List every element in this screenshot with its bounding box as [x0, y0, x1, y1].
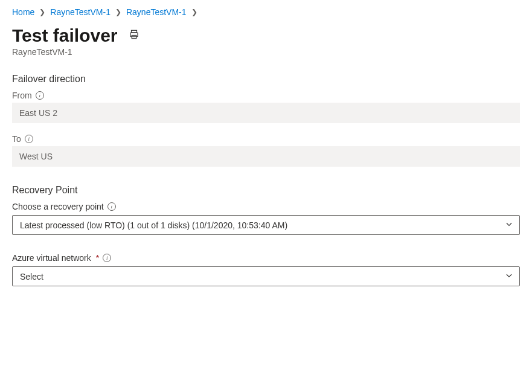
chevron-right-icon: ❯	[115, 8, 121, 16]
chevron-right-icon: ❯	[39, 8, 45, 16]
failover-direction-heading: Failover direction	[12, 74, 520, 85]
page-header: Test failover	[12, 25, 520, 46]
breadcrumb-home[interactable]: Home	[12, 7, 34, 17]
required-indicator: *	[96, 253, 99, 263]
from-label: From	[12, 91, 32, 100]
chevron-down-icon	[505, 220, 513, 230]
breadcrumb-item-1[interactable]: RayneTestVM-1	[50, 7, 111, 17]
to-label-row: To i	[12, 134, 520, 144]
recovery-point-selected: Latest processed (low RTO) (1 out of 1 d…	[20, 220, 287, 230]
chevron-right-icon: ❯	[191, 8, 197, 16]
recovery-point-dropdown[interactable]: Latest processed (low RTO) (1 out of 1 d…	[12, 215, 520, 235]
print-icon[interactable]	[129, 29, 139, 42]
choose-recovery-point-label-row: Choose a recovery point i	[12, 202, 520, 211]
info-icon[interactable]: i	[103, 254, 111, 262]
page-title: Test failover	[12, 25, 118, 46]
page-subtitle: RayneTestVM-1	[12, 47, 520, 57]
from-value: East US 2	[12, 103, 520, 123]
virtual-network-dropdown[interactable]: Select	[12, 266, 520, 286]
virtual-network-label: Azure virtual network	[12, 253, 91, 263]
choose-recovery-point-label: Choose a recovery point	[12, 202, 104, 211]
to-label: To	[12, 134, 21, 144]
virtual-network-label-row: Azure virtual network * i	[12, 253, 520, 263]
info-icon[interactable]: i	[25, 135, 33, 143]
chevron-down-icon	[505, 271, 513, 281]
breadcrumb-item-2[interactable]: RayneTestVM-1	[126, 7, 187, 17]
info-icon[interactable]: i	[107, 202, 116, 211]
virtual-network-selected: Select	[20, 272, 43, 281]
to-value: West US	[12, 146, 520, 167]
recovery-point-heading: Recovery Point	[12, 185, 520, 196]
breadcrumb: Home ❯ RayneTestVM-1 ❯ RayneTestVM-1 ❯	[12, 7, 520, 17]
from-label-row: From i	[12, 91, 520, 100]
info-icon[interactable]: i	[36, 91, 44, 100]
